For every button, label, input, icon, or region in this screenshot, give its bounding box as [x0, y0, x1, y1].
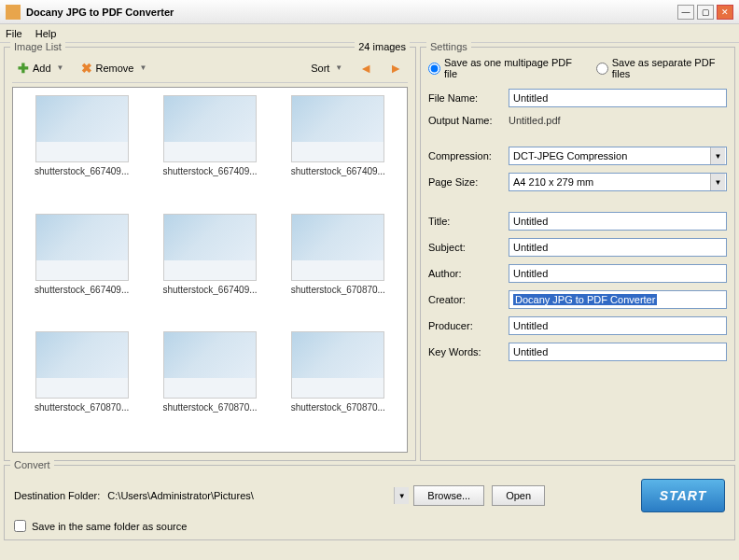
prev-button[interactable]: ◄ [354, 59, 378, 77]
thumbnail[interactable]: shutterstock_667409... [148, 95, 271, 208]
destfolder-label: Destination Folder: [14, 490, 100, 501]
thumbnail[interactable]: shutterstock_667409... [21, 214, 143, 327]
thumbnail[interactable]: shutterstock_667409... [148, 214, 271, 327]
keywords-label: Key Words: [428, 346, 503, 357]
outputname-value: Untitled.pdf [509, 115, 561, 126]
chevron-down-icon[interactable]: ▼ [57, 63, 64, 72]
chevron-down-icon: ▼ [394, 487, 409, 504]
settings-title: Settings [426, 41, 471, 52]
chevron-down-icon[interactable]: ▼ [335, 63, 342, 72]
samefolder-checkbox[interactable]: Save in the same folder as source [14, 520, 725, 532]
keywords-input[interactable] [509, 343, 727, 361]
outputname-label: Output Name: [428, 115, 503, 126]
producer-label: Producer: [428, 320, 503, 331]
arrow-left-icon: ◄ [359, 61, 372, 76]
compression-label: Compression: [428, 150, 503, 161]
producer-input[interactable] [509, 316, 727, 335]
next-button[interactable]: ► [383, 59, 408, 77]
subject-label: Subject: [428, 242, 503, 253]
thumbnail-grid[interactable]: shutterstock_667409... shutterstock_6674… [12, 87, 408, 453]
window-title: Docany JPG to PDF Converter [26, 7, 677, 18]
thumbnail[interactable]: shutterstock_667409... [21, 95, 143, 208]
sort-button[interactable]: Sort▼ [305, 61, 348, 76]
thumbnail[interactable]: shutterstock_670870... [21, 331, 143, 444]
start-button[interactable]: START [641, 479, 725, 512]
radio-separate[interactable]: Save as separate PDF files [596, 57, 727, 79]
image-count: 24 images [355, 41, 410, 52]
minimize-button[interactable]: — [677, 5, 694, 20]
radio-multipage[interactable]: Save as one multipage PDF file [428, 57, 578, 79]
filename-input[interactable] [509, 89, 727, 107]
imagelist-title: Image List [10, 41, 65, 52]
pagesize-label: Page Size: [428, 176, 503, 188]
filename-label: File Name: [428, 92, 503, 104]
thumbnail[interactable]: shutterstock_670870... [277, 331, 399, 444]
destfolder-select[interactable]: C:\Users\Administrator\Pictures\▼ [107, 487, 406, 504]
add-button[interactable]: ✚Add▼ [12, 59, 70, 77]
thumbnail[interactable]: shutterstock_670870... [148, 331, 271, 444]
compression-select[interactable]: DCT-JPEG Compression▼ [509, 147, 727, 165]
author-input[interactable] [509, 264, 727, 283]
remove-button[interactable]: ✖Remove▼ [76, 59, 153, 77]
creator-label: Creator: [428, 294, 503, 305]
arrow-right-icon: ► [389, 61, 402, 76]
thumbnail[interactable]: shutterstock_667409... [277, 95, 399, 208]
maximize-button[interactable]: ▢ [697, 5, 714, 20]
title-input[interactable] [509, 212, 727, 231]
chevron-down-icon: ▼ [710, 174, 725, 190]
remove-icon: ✖ [81, 61, 92, 76]
chevron-down-icon[interactable]: ▼ [139, 63, 146, 72]
menu-file[interactable]: File [6, 28, 22, 39]
subject-input[interactable] [509, 238, 727, 257]
menu-help[interactable]: Help [35, 28, 57, 39]
title-label: Title: [428, 216, 503, 227]
browse-button[interactable]: Browse... [413, 485, 484, 506]
author-label: Author: [428, 268, 503, 279]
pagesize-select[interactable]: A4 210 x 279 mm▼ [509, 173, 727, 191]
plus-icon: ✚ [18, 61, 29, 76]
convert-title: Convert [10, 459, 54, 470]
chevron-down-icon: ▼ [710, 147, 725, 164]
creator-input[interactable]: Docany JPG to PDF Converter [509, 290, 727, 309]
thumbnail[interactable]: shutterstock_670870... [277, 214, 399, 327]
app-icon [6, 5, 21, 20]
close-button[interactable]: ✕ [717, 5, 733, 20]
open-button[interactable]: Open [492, 485, 545, 506]
